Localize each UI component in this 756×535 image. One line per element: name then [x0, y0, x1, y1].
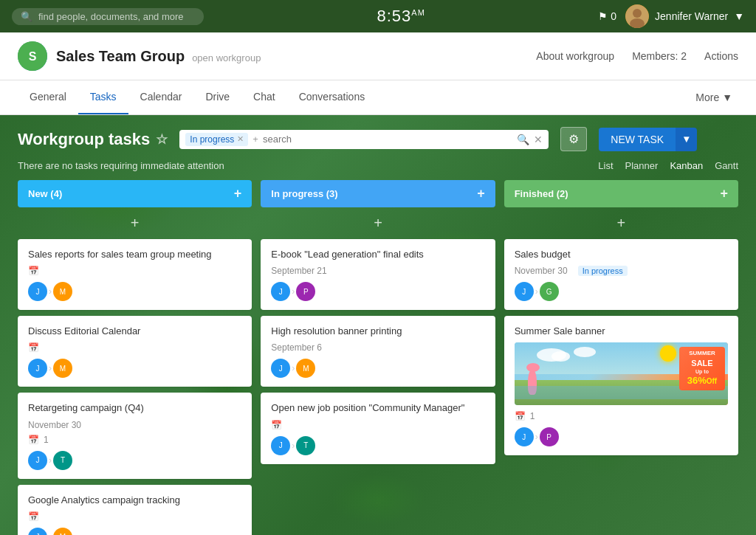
view-planner[interactable]: Planner — [625, 160, 659, 171]
calendar-icon: 📅 — [515, 411, 526, 421]
tab-conversations[interactable]: Conversations — [287, 80, 377, 114]
task-meta: 📅 — [271, 420, 484, 430]
arrow-icon: › — [292, 441, 295, 451]
workgroup-actions: About workgroup Members: 2 Actions — [536, 50, 738, 62]
top-bar: 🔍 find people, documents, and more 8:53A… — [0, 0, 756, 32]
task-date: November 30 — [515, 266, 568, 276]
task-avatars: J › M — [28, 282, 241, 301]
task-avatars: J › P — [271, 282, 484, 301]
main-content: Workgroup tasks ☆ In progress ✕ + 🔍 ✕ ⚙ … — [0, 115, 756, 535]
task-avatars: J › T — [28, 451, 241, 470]
task-avatars: J › P — [515, 427, 728, 446]
avatar: J — [28, 451, 47, 470]
filter-add-icon: + — [252, 134, 258, 145]
add-finished-task-row[interactable]: + — [504, 213, 738, 233]
task-card[interactable]: High resolution banner printing Septembe… — [261, 316, 495, 387]
new-task-dropdown[interactable]: ▼ — [676, 128, 697, 151]
arrow-icon: › — [292, 363, 295, 373]
task-card[interactable]: Sales reports for sales team group meeti… — [18, 239, 252, 310]
column-inprogress: In progress (3) + + E-book "Lead generat… — [261, 180, 495, 535]
task-date: September 21 — [271, 266, 484, 276]
task-avatars: J › M — [28, 528, 241, 535]
task-title: Open new job position "Community Manager… — [271, 401, 484, 415]
task-card[interactable]: Discuss Editorial Calendar 📅 J › M — [18, 316, 252, 387]
add-new-task-row[interactable]: + — [18, 213, 252, 233]
summer-sale-image: SUMMER SALE Up to 36%Off — [515, 342, 728, 405]
favorite-icon[interactable]: ☆ — [156, 131, 168, 148]
task-card[interactable]: Summer Sale banner — [504, 316, 738, 455]
task-count: 1 — [530, 411, 535, 421]
notifications[interactable]: ⚑ 0 — [598, 10, 616, 22]
workgroup-subtitle: open workgroup — [192, 52, 261, 63]
task-avatars: J › M — [271, 359, 484, 378]
new-task-group: NEW TASK ▼ — [599, 128, 697, 151]
tab-tasks[interactable]: Tasks — [78, 80, 128, 114]
tab-calendar[interactable]: Calendar — [128, 80, 194, 114]
view-list[interactable]: List — [598, 160, 613, 171]
avatar: G — [540, 282, 559, 301]
task-card[interactable]: Retargeting campaign (Q4) November 30 📅 … — [18, 393, 252, 478]
task-card[interactable]: E-book "Lead generation" final edits Sep… — [261, 239, 495, 310]
tasks-title-area: Workgroup tasks ☆ — [18, 130, 168, 149]
search-placeholder: find people, documents, and more — [38, 11, 184, 22]
arrow-icon: › — [49, 363, 52, 373]
search-input[interactable] — [263, 134, 512, 145]
tab-chat[interactable]: Chat — [241, 80, 287, 114]
add-inprogress-task-row[interactable]: + — [261, 213, 495, 233]
task-meta: 📅 1 — [515, 411, 728, 421]
arrow-icon: › — [49, 286, 52, 297]
search-icon: 🔍 — [21, 11, 32, 22]
calendar-icon: 📅 — [28, 342, 39, 353]
svg-point-1 — [633, 9, 642, 18]
tab-drive[interactable]: Drive — [193, 80, 241, 114]
actions-menu[interactable]: Actions — [704, 50, 738, 62]
filter-bar: In progress ✕ + 🔍 ✕ — [179, 130, 549, 149]
task-title: E-book "Lead generation" final edits — [271, 248, 484, 261]
task-count: 1 — [44, 435, 49, 445]
task-title: Retargeting campaign (Q4) — [28, 401, 241, 415]
workgroup-title-area: Sales Team Group open workgroup — [56, 48, 261, 65]
avatar: J — [28, 282, 47, 301]
tabs-bar: General Tasks Calendar Drive Chat Conver… — [0, 80, 756, 115]
no-attention-text: There are no tasks requiring immediate a… — [18, 160, 224, 171]
settings-button[interactable]: ⚙ — [560, 127, 587, 151]
task-date: September 6 — [271, 342, 484, 353]
new-task-button[interactable]: NEW TASK — [599, 128, 676, 151]
kanban-board: New (4) + + Sales reports for sales team… — [18, 180, 738, 535]
arrow-icon: › — [535, 286, 538, 297]
about-workgroup-link[interactable]: About workgroup — [536, 50, 614, 62]
filter-clear-icon[interactable]: ✕ — [534, 134, 543, 145]
dropdown-icon: ▼ — [734, 10, 744, 22]
members-count[interactable]: Members: 2 — [632, 50, 687, 62]
tabs-more[interactable]: More ▼ — [690, 81, 738, 114]
avatar: M — [53, 359, 72, 378]
task-meta: 📅 — [28, 511, 241, 522]
avatar: M — [296, 359, 315, 378]
column-finished-add[interactable]: + — [720, 186, 728, 201]
task-card[interactable]: Google Analytics campaign tracking 📅 J ›… — [18, 485, 252, 535]
view-options: List Planner Kanban Gantt — [598, 160, 738, 171]
calendar-icon: 📅 — [271, 420, 282, 430]
filter-tag-remove[interactable]: ✕ — [237, 134, 244, 144]
column-new-add[interactable]: + — [234, 186, 242, 201]
global-search[interactable]: 🔍 find people, documents, and more — [12, 8, 204, 25]
task-meta: 📅 1 — [28, 435, 241, 445]
task-date: November 30 — [28, 420, 241, 430]
calendar-icon: 📅 — [28, 511, 39, 522]
user-name: Jennifer Warner — [655, 10, 728, 22]
avatar: J — [271, 359, 290, 378]
user-menu[interactable]: Jennifer Warner ▼ — [625, 4, 744, 28]
task-card[interactable]: Open new job position "Community Manager… — [261, 393, 495, 463]
tab-general[interactable]: General — [18, 80, 78, 114]
column-new: New (4) + + Sales reports for sales team… — [18, 180, 252, 535]
task-card[interactable]: Sales budget November 30 In progress J ›… — [504, 239, 738, 310]
filter-tag-inprogress[interactable]: In progress ✕ — [185, 133, 248, 146]
column-inprogress-add[interactable]: + — [477, 186, 485, 201]
workgroup-title: Sales Team Group — [56, 48, 185, 65]
view-kanban[interactable]: Kanban — [670, 160, 703, 171]
task-title: Summer Sale banner — [515, 325, 728, 338]
task-title: Sales budget — [515, 248, 728, 261]
avatar: M — [53, 528, 72, 535]
column-header-finished: Finished (2) + — [504, 180, 738, 207]
view-gantt[interactable]: Gantt — [715, 160, 738, 171]
